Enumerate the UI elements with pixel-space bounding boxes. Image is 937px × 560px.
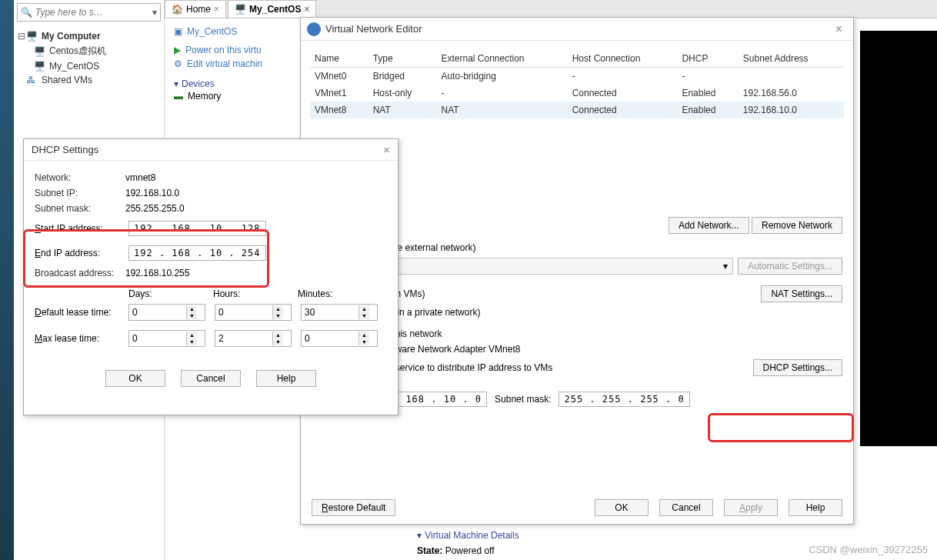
search-box[interactable]: 🔍 ▾ [17,3,161,22]
watermark: CSDN @weixin_39272255 [809,544,928,555]
vm-preview [860,31,937,446]
table-row[interactable]: VMnet1Host-only -Connected Enabled192.16… [310,85,844,102]
end-ip-input[interactable]: 192 . 168 . 10 . 254 [128,245,266,261]
home-icon: 🏠 [172,4,183,15]
network-icon [307,22,321,36]
network-table[interactable]: NameType External ConnectionHost Connect… [310,50,844,118]
close-icon[interactable]: × [214,4,219,15]
max-minutes-spinner[interactable]: ▲▼ [301,330,378,347]
help-button[interactable]: Help [256,370,316,387]
cancel-button[interactable]: Cancel [181,370,241,387]
search-icon: 🔍 [21,7,32,18]
help-button[interactable]: Help [789,499,842,516]
tab-home[interactable]: 🏠 Home × [165,0,226,18]
tree-shared[interactable]: 🖧 Shared VMs [17,73,161,87]
table-row-selected[interactable]: VMnet8NAT NATConnected Enabled192.168.10… [310,102,844,118]
memory-icon: ▬ [174,91,183,102]
chevron-down-icon[interactable]: ▾ [417,530,422,541]
nat-settings-button[interactable]: NAT Settings... [761,285,842,302]
dhcp-settings-dialog: DHCP Settings × Network:vmnet8 Subnet IP… [23,138,398,415]
chevron-down-icon: ▾ [723,261,728,272]
vm-icon: 🖥️ [235,4,246,15]
close-button[interactable]: × [831,22,847,36]
tree-root[interactable]: ⊟🖥️ My Computer [17,29,161,43]
max-days-spinner[interactable]: ▲▼ [128,330,205,347]
search-input[interactable] [35,7,152,18]
close-icon[interactable]: × [304,4,309,15]
cancel-button[interactable]: Cancel [659,499,713,516]
default-hours-spinner[interactable]: ▲▼ [215,304,292,321]
automatic-settings-button: Automatic Settings... [738,258,842,275]
apply-button: Apply [724,499,778,516]
tab-bar: 🏠 Home × 🖥️ My_CentOS × [165,0,937,18]
gear-icon: ⚙ [174,58,182,69]
vm-icon: ▣ [174,26,182,37]
default-days-spinner[interactable]: ▲▼ [128,304,205,321]
ok-button[interactable]: OK [595,499,649,516]
tree-vm-centos[interactable]: 🖥️Centos虚拟机 [17,43,161,59]
ok-button[interactable]: OK [105,370,165,387]
dhcp-settings-button[interactable]: DHCP Settings... [753,359,842,376]
table-row[interactable]: VMnet0Bridged Auto-bridging- - [310,68,844,85]
tab-mycentos[interactable]: 🖥️ My_CentOS × [228,0,316,18]
subnet-mask-input[interactable]: 255 . 255 . 255 . 0 [559,392,689,407]
max-hours-spinner[interactable]: ▲▼ [215,330,292,347]
restore-default-button[interactable]: Restore Default [312,499,395,516]
play-icon: ▶ [174,45,181,55]
add-network-button[interactable]: Add Network... [669,217,749,234]
chevron-down-icon: ▾ [174,78,178,89]
default-minutes-spinner[interactable]: ▲▼ [301,304,378,321]
start-ip-input[interactable]: 192 . 168 . 10 . 128 [128,221,266,236]
dialog-title: DHCP Settings [32,144,383,155]
chevron-down-icon[interactable]: ▾ [152,7,157,18]
close-button[interactable]: × [383,143,390,156]
window-title: Virtual Network Editor [325,23,831,35]
remove-network-button[interactable]: Remove Network [752,217,842,234]
vm-details: ▾ Virtual Machine Details State: Powered… [417,528,519,556]
tree-vm-mycentos[interactable]: 🖥️My_CentOS [17,59,161,73]
